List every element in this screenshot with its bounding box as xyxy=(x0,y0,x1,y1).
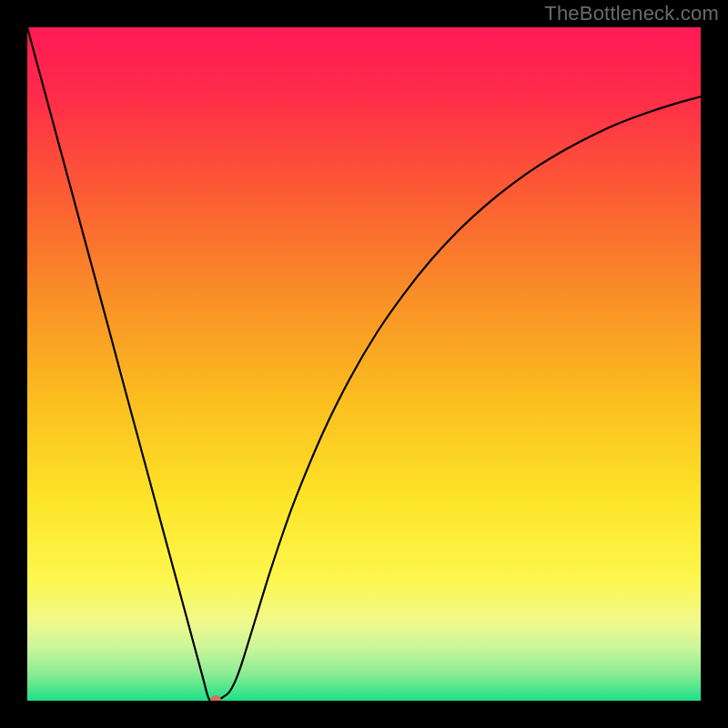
plot-area xyxy=(27,27,701,701)
attribution-label: TheBottleneck.com xyxy=(544,2,719,25)
chart-frame: TheBottleneck.com xyxy=(0,0,728,728)
minimum-marker-dot xyxy=(210,695,221,701)
bottleneck-curve xyxy=(27,27,701,701)
curve-layer xyxy=(27,27,701,701)
